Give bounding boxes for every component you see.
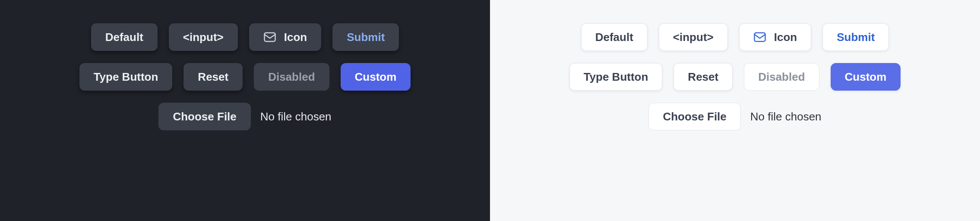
- input-button[interactable]: <input>: [169, 23, 238, 51]
- input-button-label: <input>: [673, 31, 714, 44]
- icon-button[interactable]: Icon: [249, 23, 321, 51]
- disabled-button: Disabled: [744, 63, 819, 91]
- submit-button-label: Submit: [347, 31, 385, 44]
- disabled-button: Disabled: [254, 63, 329, 91]
- custom-button[interactable]: Custom: [831, 63, 901, 91]
- icon-button[interactable]: Icon: [739, 23, 811, 51]
- mail-icon: [263, 31, 276, 44]
- icon-button-label: Icon: [774, 31, 797, 44]
- reset-button-label: Reset: [198, 70, 228, 84]
- button-row-3: Choose File No file chosen: [158, 103, 331, 130]
- file-input[interactable]: Choose File No file chosen: [648, 103, 821, 130]
- choose-file-button[interactable]: Choose File: [158, 103, 250, 130]
- input-button-label: <input>: [183, 31, 224, 44]
- submit-button-label: Submit: [837, 31, 875, 44]
- choose-file-button[interactable]: Choose File: [648, 103, 740, 130]
- file-input[interactable]: Choose File No file chosen: [158, 103, 331, 130]
- type-button[interactable]: Type Button: [569, 63, 663, 91]
- disabled-button-label: Disabled: [268, 70, 315, 84]
- mail-icon: [753, 31, 766, 44]
- icon-button-label: Icon: [284, 31, 307, 44]
- reset-button-label: Reset: [688, 70, 718, 84]
- default-button-label: Default: [595, 31, 633, 44]
- button-row-1: Default <input> Icon Submit: [91, 23, 399, 51]
- type-button-label: Type Button: [584, 70, 648, 84]
- svg-rect-0: [264, 33, 275, 41]
- custom-button-label: Custom: [355, 70, 397, 84]
- input-button[interactable]: <input>: [659, 23, 728, 51]
- light-theme-panel: Default <input> Icon Submit Type Button …: [490, 0, 980, 221]
- disabled-button-label: Disabled: [758, 70, 805, 84]
- custom-button[interactable]: Custom: [341, 63, 411, 91]
- button-row-2: Type Button Reset Disabled Custom: [569, 63, 901, 91]
- submit-button[interactable]: Submit: [822, 23, 889, 51]
- button-row-1: Default <input> Icon Submit: [581, 23, 889, 51]
- file-status-text: No file chosen: [260, 110, 332, 123]
- default-button[interactable]: Default: [91, 23, 158, 51]
- choose-file-label: Choose File: [173, 110, 236, 123]
- button-row-2: Type Button Reset Disabled Custom: [79, 63, 411, 91]
- default-button-label: Default: [105, 31, 143, 44]
- submit-button[interactable]: Submit: [332, 23, 399, 51]
- choose-file-label: Choose File: [663, 110, 726, 123]
- dark-theme-panel: Default <input> Icon Submit Type Button …: [0, 0, 490, 221]
- type-button-label: Type Button: [94, 70, 158, 84]
- default-button[interactable]: Default: [581, 23, 648, 51]
- svg-rect-1: [754, 33, 765, 41]
- reset-button[interactable]: Reset: [183, 63, 243, 91]
- button-row-3: Choose File No file chosen: [648, 103, 821, 130]
- file-status-text: No file chosen: [750, 110, 822, 123]
- type-button[interactable]: Type Button: [79, 63, 173, 91]
- reset-button[interactable]: Reset: [673, 63, 733, 91]
- custom-button-label: Custom: [845, 70, 887, 84]
